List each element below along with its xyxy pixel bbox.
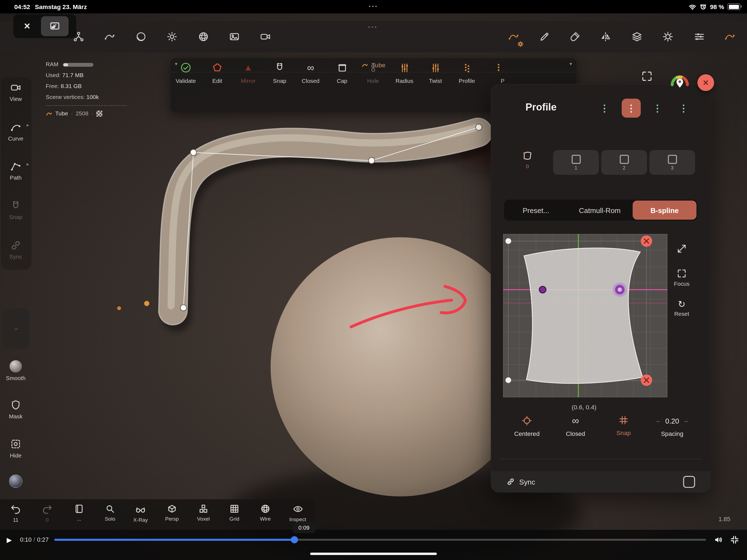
mirror-flip-icon: [600, 31, 611, 42]
profile-slot-1[interactable]: 1: [553, 150, 599, 175]
solo-button[interactable]: Solo: [97, 504, 124, 522]
toolbar-menu-dots[interactable]: ···: [368, 23, 378, 31]
inspect-button[interactable]: Inspect: [284, 504, 311, 522]
editor-expand-button[interactable]: [668, 244, 695, 254]
mirror-tool[interactable]: [600, 31, 611, 42]
collapse-caret-icon[interactable]: ▾: [570, 61, 572, 67]
profile-slot-3[interactable]: 3: [649, 150, 695, 175]
files-button[interactable]: ...: [66, 504, 93, 522]
settings-tool[interactable]: [662, 31, 674, 42]
increase-arrow-icon[interactable]: →: [683, 417, 689, 424]
redo-button[interactable]: 0: [34, 504, 61, 523]
profile-mode-button-4[interactable]: ⋮: [674, 99, 693, 118]
sidebar-tool-gizmo[interactable]: [0, 475, 31, 488]
dots-column-icon: [494, 62, 505, 73]
paint-tool[interactable]: [569, 31, 581, 42]
tube-twist-button[interactable]: Twist: [420, 61, 451, 84]
profile-mode-button-2-selected[interactable]: ⋮: [622, 99, 641, 118]
grid-button[interactable]: Grid: [221, 504, 248, 522]
control-point[interactable]: [180, 305, 186, 311]
profile-curve-editor[interactable]: [503, 234, 667, 397]
video-close-button[interactable]: ×: [14, 20, 41, 32]
voxel-button[interactable]: Voxel: [190, 504, 217, 522]
sidebar-tool-mask[interactable]: Mask: [0, 399, 31, 420]
closed-toggle[interactable]: ∞ Closed: [552, 415, 598, 437]
sidebar-tool-smooth[interactable]: Smooth: [0, 360, 31, 381]
profile-shape: [524, 248, 643, 383]
profile-mode-button-3[interactable]: ⋮: [648, 99, 667, 118]
decrease-arrow-icon[interactable]: ←: [656, 417, 662, 424]
play-button[interactable]: ▶: [6, 536, 17, 543]
sidebar-item-path[interactable]: ▸ Path: [0, 160, 31, 181]
matcap-tool[interactable]: [135, 31, 147, 42]
files-label: ...: [77, 516, 81, 522]
stroke-tool[interactable]: [104, 31, 115, 42]
delete-handle[interactable]: [641, 374, 652, 386]
centered-toggle[interactable]: Centered: [504, 415, 549, 437]
interface-settings-tool[interactable]: [694, 31, 705, 42]
sidebar-item-snap[interactable]: Snap: [0, 200, 31, 221]
tube-radius-button[interactable]: Radius: [389, 61, 420, 84]
xray-button[interactable]: X-Ray: [127, 504, 154, 523]
tube-next-button[interactable]: P: [475, 61, 506, 84]
corner-handle[interactable]: [506, 238, 511, 244]
editor-reset-button[interactable]: ↻ Reset: [668, 299, 695, 317]
tool-settings-gear-icon[interactable]: [517, 41, 524, 47]
panel-close-button[interactable]: ×: [697, 74, 714, 91]
sidebar-item-curve[interactable]: ▸ Curve: [0, 121, 31, 142]
curve-point[interactable]: [539, 286, 546, 293]
environment-tool[interactable]: [198, 31, 209, 42]
mode-preset[interactable]: Preset...: [504, 200, 568, 221]
layers-tool[interactable]: [632, 31, 643, 42]
control-point[interactable]: [190, 149, 197, 156]
control-point-start[interactable]: [144, 301, 149, 306]
tube-cap-button[interactable]: Cap: [327, 61, 357, 84]
corner-handle[interactable]: [506, 377, 511, 383]
profile-slot-2[interactable]: 2: [601, 150, 647, 175]
tube-validate-button[interactable]: Validate: [171, 61, 201, 84]
profile-mode-button-1[interactable]: ⋮: [595, 99, 614, 118]
wire-button[interactable]: Wire: [252, 504, 279, 522]
seek-bar[interactable]: [54, 539, 706, 541]
persp-button[interactable]: Persp: [159, 504, 185, 522]
sidebar-tool-hide[interactable]: Hide: [0, 438, 31, 459]
tube-closed-button[interactable]: ∞ Closed: [295, 61, 326, 84]
editor-focus-button[interactable]: Focus: [668, 268, 695, 287]
clock-date: Samstag 23. März: [35, 3, 87, 10]
control-point[interactable]: [368, 157, 375, 164]
seek-scrubber[interactable]: [291, 536, 298, 543]
home-indicator[interactable]: [310, 553, 437, 555]
pip-icon: [49, 21, 60, 32]
control-point-tail[interactable]: [117, 306, 121, 310]
curve-point-selected[interactable]: [613, 282, 627, 297]
pencil-tool[interactable]: [539, 31, 550, 42]
mode-b-spline-selected[interactable]: B-spline: [633, 201, 696, 220]
delete-handle[interactable]: [641, 235, 652, 247]
tube-snap-button[interactable]: Snap: [264, 61, 295, 84]
volume-icon[interactable]: [714, 535, 723, 545]
lighting-tool[interactable]: [166, 31, 178, 42]
panel-fullscreen-button[interactable]: [641, 70, 653, 82]
control-point[interactable]: [476, 124, 482, 130]
pin-gauge-button[interactable]: [668, 71, 691, 90]
spacing-label: Spacing: [661, 430, 683, 437]
tube-mirror-button[interactable]: ▲ Mirror: [233, 61, 264, 84]
snap-toggle[interactable]: Snap: [601, 415, 646, 436]
sidebar-item-sync[interactable]: Sync: [0, 239, 31, 260]
spacing-stepper[interactable]: ← 0.20 → Spacing: [646, 415, 698, 437]
sync-checkbox[interactable]: [683, 476, 695, 488]
camera-tool[interactable]: [260, 31, 271, 42]
background-image-tool[interactable]: [229, 31, 240, 42]
undo-button[interactable]: 11: [2, 504, 29, 523]
profile-slot-0[interactable]: 0: [518, 150, 537, 169]
tube-hole-button[interactable]: Hole: [358, 61, 388, 84]
mode-catmull-rom[interactable]: Catmull-Rom: [568, 200, 632, 221]
pip-button[interactable]: [41, 16, 69, 36]
slot-number: 1: [575, 165, 577, 170]
exit-fullscreen-icon[interactable]: [730, 535, 739, 545]
tube-edit-button[interactable]: Edit: [202, 61, 233, 84]
tube-tool-active[interactable]: [508, 31, 519, 42]
sidebar-item-view[interactable]: View: [0, 82, 31, 103]
collapsed-panel[interactable]: –: [3, 309, 29, 349]
stroke-settings-tool[interactable]: [724, 31, 736, 42]
